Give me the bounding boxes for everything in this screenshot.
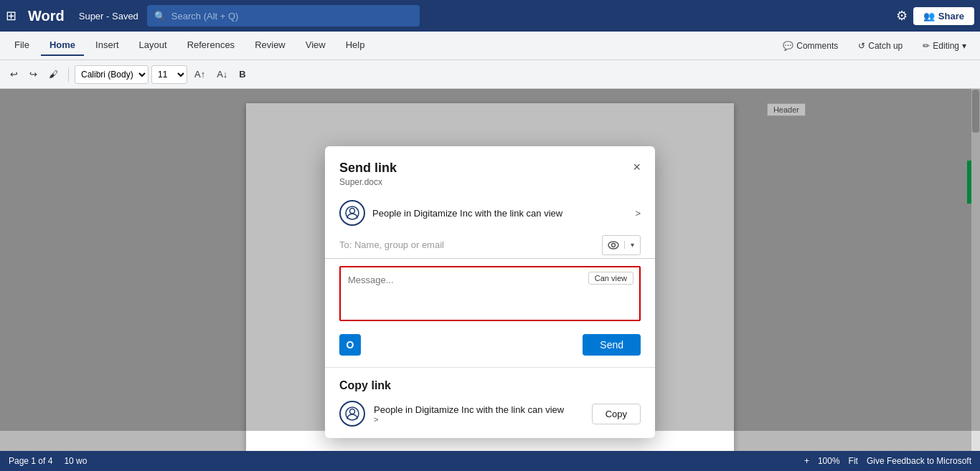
toolbar: ↩ ↪ 🖌 Calibri (Body) 11 A↑ A↓ B <box>0 60 980 89</box>
tab-review[interactable]: Review <box>246 35 294 56</box>
dialog-title: Send link <box>339 161 397 176</box>
editing-icon: ✏ <box>923 41 930 51</box>
svg-point-2 <box>608 242 618 249</box>
tab-home[interactable]: Home <box>41 35 84 56</box>
tab-view[interactable]: View <box>297 35 334 56</box>
comments-button[interactable]: 💬 Comments <box>775 37 846 54</box>
tab-insert[interactable]: Insert <box>87 35 128 56</box>
share-icon: 👥 <box>923 11 935 22</box>
view-dropdown-button[interactable]: ▾ <box>624 241 640 249</box>
comments-label: Comments <box>796 41 838 51</box>
ribbon: File Home Insert Layout References Revie… <box>0 32 980 60</box>
tab-layout[interactable]: Layout <box>131 35 176 56</box>
copy-link-icon <box>339 401 365 427</box>
tab-file[interactable]: File <box>6 35 38 56</box>
app-grid-icon[interactable]: ⊞ <box>6 8 17 24</box>
feedback-label[interactable]: Give Feedback to Microsoft <box>867 456 971 466</box>
doc-area: Header Send link Super.docx × <box>0 89 980 451</box>
status-bar-right: + 100% Fit Give Feedback to Microsoft <box>804 456 971 466</box>
comments-icon: 💬 <box>783 41 793 51</box>
catchup-icon: ↺ <box>858 41 865 51</box>
svg-point-0 <box>350 209 355 214</box>
search-input[interactable] <box>171 11 413 22</box>
title-bar-right: ⚙ 👥 Share <box>490 7 974 25</box>
copy-link-sub: > <box>374 415 583 424</box>
svg-point-3 <box>612 243 616 247</box>
copy-link-desc: People in Digitamize Inc with the link c… <box>374 404 583 415</box>
settings-button[interactable]: ⚙ <box>896 8 908 24</box>
permission-icon <box>339 200 365 226</box>
catchup-button[interactable]: ↺ Catch up <box>850 37 910 54</box>
word-logo: Word <box>28 8 65 24</box>
tab-help[interactable]: Help <box>337 35 374 56</box>
title-bar-left: ⊞ Word Super - Saved 🔍 <box>6 5 490 27</box>
view-toggle: ▾ <box>602 235 641 255</box>
font-family-select[interactable]: Calibri (Body) <box>75 65 149 84</box>
to-row: ▾ <box>325 232 655 259</box>
search-bar[interactable]: 🔍 <box>147 5 420 27</box>
outlook-letter: O <box>347 339 354 351</box>
modal-overlay: Send link Super.docx × People in Digitam… <box>0 89 980 431</box>
page-info: Page 1 of 4 <box>9 456 52 466</box>
share-label: Share <box>938 11 964 22</box>
title-bar: ⊞ Word Super - Saved 🔍 ⚙ 👥 Share <box>0 0 980 32</box>
redo-button[interactable]: ↪ <box>25 67 42 82</box>
editing-label: Editing <box>933 41 959 51</box>
font-grow-button[interactable]: A↑ <box>190 67 209 82</box>
font-size-select[interactable]: 11 <box>151 65 187 84</box>
fit-label[interactable]: Fit <box>849 456 858 466</box>
search-icon: 🔍 <box>154 11 166 22</box>
catchup-label: Catch up <box>868 41 903 51</box>
message-area: Can view <box>339 266 641 321</box>
can-view-badge: Can view <box>588 272 633 285</box>
close-button[interactable]: × <box>633 161 641 173</box>
copy-link-section: Copy link People in Digitamize Inc with … <box>325 367 655 438</box>
to-input[interactable] <box>339 239 596 250</box>
share-button[interactable]: 👥 Share <box>913 7 974 25</box>
dialog-subtitle: Super.docx <box>339 177 397 187</box>
permission-text: People in Digitamize Inc with the link c… <box>372 208 562 219</box>
dialog-actions: O Send <box>325 328 655 367</box>
editing-button[interactable]: ✏ Editing ▾ <box>915 37 974 54</box>
copy-link-title: Copy link <box>339 379 641 392</box>
ribbon-right: 💬 Comments ↺ Catch up ✏ Editing ▾ <box>775 37 974 54</box>
permission-row[interactable]: People in Digitamize Inc with the link c… <box>325 194 655 232</box>
bold-button[interactable]: B <box>235 67 250 82</box>
status-bar: Page 1 of 4 10 wo + 100% Fit Give Feedba… <box>0 451 980 471</box>
copy-button[interactable]: Copy <box>592 404 641 424</box>
send-link-dialog: Send link Super.docx × People in Digitam… <box>325 146 655 438</box>
tab-references[interactable]: References <box>179 35 243 56</box>
outlook-icon: O <box>339 334 361 356</box>
zoom-level: 100% <box>818 456 840 466</box>
copy-link-row: People in Digitamize Inc with the link c… <box>339 401 641 427</box>
dialog-header: Send link Super.docx × <box>325 146 655 194</box>
editing-chevron-icon: ▾ <box>962 41 966 51</box>
dialog-title-group: Send link Super.docx <box>339 161 397 187</box>
word-count: 10 wo <box>64 456 87 466</box>
permission-arrow-icon: > <box>635 208 641 219</box>
font-shrink-button[interactable]: A↓ <box>212 67 232 82</box>
copy-link-info: People in Digitamize Inc with the link c… <box>374 404 583 424</box>
svg-point-4 <box>350 409 355 414</box>
undo-button[interactable]: ↩ <box>6 67 22 82</box>
toolbar-separator <box>68 67 69 82</box>
eye-button[interactable] <box>603 241 624 249</box>
zoom-in-button[interactable]: + <box>804 456 809 466</box>
send-button[interactable]: Send <box>583 334 641 356</box>
format-painter-button[interactable]: 🖌 <box>44 67 62 82</box>
doc-title: Super - Saved <box>79 11 138 22</box>
